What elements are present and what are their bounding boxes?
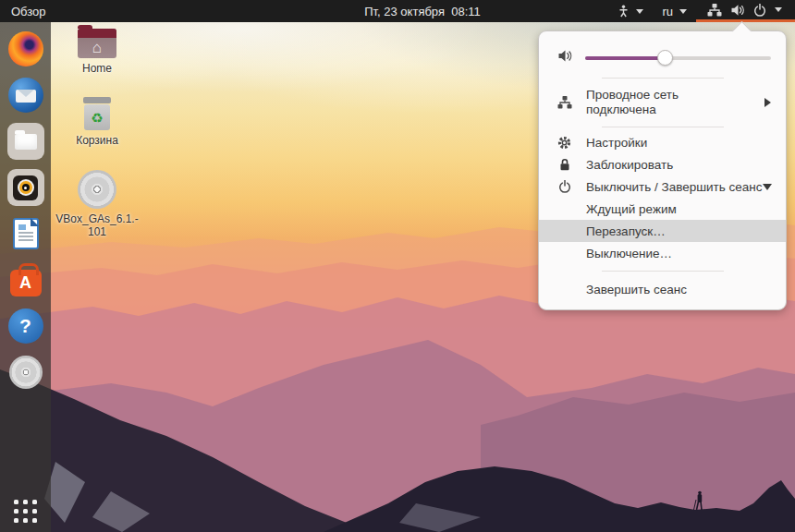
gear-icon (556, 136, 573, 150)
network-wired-icon (707, 4, 722, 17)
volume-slider-handle[interactable] (657, 50, 673, 66)
activities-button[interactable]: Обзор (0, 0, 57, 22)
expander-down-arrow-icon (763, 184, 772, 190)
home-folder-icon: ⌂ (78, 29, 116, 58)
system-menu-popup: Проводное сеть подключена Настройки Забл… (538, 30, 787, 310)
trash-icon: ♻ (83, 97, 111, 130)
firefox-icon (8, 31, 43, 66)
menu-item-power-expander[interactable]: Выключить / Завершить сеанс (539, 175, 786, 198)
dock: A ? (0, 22, 51, 532)
menu-separator (602, 78, 724, 79)
dock-item-help[interactable]: ? (7, 308, 44, 345)
optical-disc-icon (9, 356, 43, 389)
show-applications-icon (14, 500, 37, 523)
rhythmbox-icon (7, 169, 44, 206)
files-icon (7, 123, 44, 160)
volume-icon (730, 4, 745, 17)
desktop-icon-label: Корзина (53, 134, 141, 147)
optical-disc-icon (78, 170, 116, 209)
desktop-icon-vbox-cd[interactable]: VBox_GAs_6.1.-101 (53, 170, 141, 238)
desktop: ⌂ Home ♻ Корзина VBox_GAs_6.1.-101 A ? (0, 0, 795, 532)
desktop-icon-label: VBox_GAs_6.1.-101 (53, 212, 141, 238)
power-icon (556, 180, 573, 193)
ubuntu-software-icon: A (10, 270, 42, 296)
submenu-right-arrow-icon (764, 98, 771, 107)
desktop-icon-label: Home (53, 62, 141, 75)
menu-item-suspend[interactable]: Ждущий режим (539, 198, 786, 220)
dock-item-thunderbird[interactable] (7, 77, 44, 114)
clock[interactable]: Пт, 23 октября 08:11 (364, 5, 481, 18)
dock-item-optical-disc[interactable] (7, 354, 44, 391)
libreoffice-writer-icon (13, 218, 39, 249)
accessibility-icon (618, 5, 630, 18)
chevron-down-icon (775, 7, 782, 12)
menu-separator (602, 127, 724, 127)
dock-item-files[interactable] (7, 123, 44, 160)
volume-slider-fill (585, 56, 665, 60)
menu-item-wired-network[interactable]: Проводное сеть подключена (539, 82, 786, 123)
volume-slider[interactable] (585, 50, 771, 65)
keyboard-layout-menu[interactable]: ru (653, 0, 696, 22)
menu-item-settings[interactable]: Настройки (539, 131, 786, 153)
menu-item-lock[interactable]: Заблокировать (539, 153, 786, 175)
power-icon (753, 4, 766, 17)
desktop-icon-home[interactable]: ⌂ Home (53, 29, 141, 75)
show-applications-button[interactable] (0, 500, 51, 523)
volume-slider-row (539, 41, 786, 74)
chevron-down-icon (636, 9, 643, 14)
menu-separator (602, 271, 724, 272)
keyboard-layout-label: ru (662, 5, 673, 18)
network-wired-icon (556, 96, 573, 109)
top-bar: Обзор Пт, 23 октября 08:11 ru (0, 0, 795, 22)
network-label: Проводное сеть подключена (586, 88, 679, 117)
menu-item-logout[interactable]: Завершить сеанс (539, 278, 786, 300)
menu-item-shutdown[interactable]: Выключение… (539, 242, 786, 264)
thunderbird-icon (8, 78, 43, 113)
accessibility-menu[interactable] (608, 0, 653, 22)
desktop-icon-trash[interactable]: ♻ Корзина (53, 97, 141, 147)
dock-item-rhythmbox[interactable] (7, 169, 44, 206)
speaker-icon (557, 49, 573, 66)
chevron-down-icon (679, 9, 687, 14)
dock-item-ubuntu-software[interactable]: A (7, 261, 44, 298)
dock-item-firefox[interactable] (7, 30, 44, 67)
menu-item-restart[interactable]: Перезапуск… (539, 220, 786, 242)
help-icon: ? (8, 308, 43, 344)
system-status-menu[interactable] (696, 0, 795, 22)
lock-icon (556, 158, 573, 172)
dock-item-libreoffice-writer[interactable] (7, 215, 44, 252)
